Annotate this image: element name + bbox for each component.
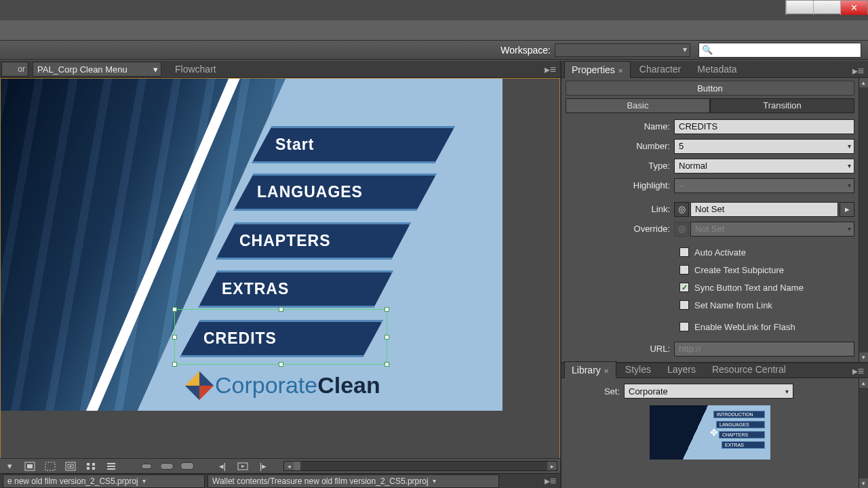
resize-handle[interactable]: [279, 307, 283, 312]
scroll-right-arrow[interactable]: ▸: [547, 462, 557, 470]
set-name-checkbox[interactable]: [679, 300, 689, 310]
tab-resource-central[interactable]: Resource Central: [705, 361, 793, 378]
panel-menu-icon[interactable]: ▸≡: [852, 64, 864, 77]
svg-point-4: [70, 465, 72, 467]
pill-small-button[interactable]: [140, 461, 153, 472]
subtab-basic[interactable]: Basic: [566, 98, 710, 113]
workspace-label: Workspace:: [500, 45, 551, 56]
properties-heading: Button: [566, 81, 854, 96]
chevron-down-icon: ▾: [848, 142, 851, 150]
set-dropdown[interactable]: Corporate▾: [624, 384, 793, 399]
zoom-dropdown[interactable]: ▾: [3, 461, 16, 472]
panel-menu-icon[interactable]: ▸≡: [545, 63, 556, 76]
horizontal-scrollbar[interactable]: ◂ ▸: [283, 461, 557, 471]
window-minimize-button[interactable]: –: [786, 1, 813, 15]
grid-button[interactable]: [84, 461, 98, 472]
viewer-toolbar: ▾ ◂| |▸ ◂ ▸: [0, 458, 560, 473]
project-tab[interactable]: e new old film version_2_CS5.prproj▾: [3, 474, 205, 488]
resize-handle[interactable]: [279, 362, 283, 367]
sync-button-checkbox[interactable]: ✓: [679, 283, 689, 292]
chevron-down-icon: ▾: [153, 64, 158, 75]
search-input[interactable]: 🔍: [698, 43, 861, 58]
scroll-left-arrow[interactable]: ◂: [284, 462, 294, 470]
thumb-item: LANGUAGES: [716, 421, 765, 428]
resize-handle[interactable]: [384, 362, 389, 367]
window-close-button[interactable]: ✕: [840, 1, 867, 15]
selection-outline[interactable]: [174, 309, 387, 365]
thumb-item: CHAPTERS: [719, 431, 765, 439]
link-label: Link:: [566, 204, 674, 214]
app-titlebar: [0, 20, 868, 41]
menu-button-languages[interactable]: LANGUAGES: [233, 174, 437, 211]
type-dropdown[interactable]: Normal▾: [674, 159, 854, 174]
close-icon[interactable]: ✕: [618, 67, 623, 75]
tab-properties[interactable]: Properties✕: [564, 61, 631, 78]
menu-canvas[interactable]: Start LANGUAGES CHAPTERS EXTRAS CREDITS: [0, 78, 560, 459]
menu-button-start[interactable]: Start: [252, 126, 455, 163]
sync-button-label: Sync Button Text and Name: [694, 283, 804, 293]
url-field: http://: [674, 342, 854, 357]
prev-frame-button[interactable]: ◂|: [216, 461, 229, 472]
library-tabs: Library✕ Styles Layers Resource Central …: [561, 362, 868, 378]
chevron-down-icon: ▾: [142, 477, 146, 485]
tab-styles[interactable]: Styles: [618, 361, 658, 378]
tab-flowchart[interactable]: Flowchart: [175, 64, 216, 75]
library-thumbnail[interactable]: INTRODUCTION LANGUAGES CHAPTERS EXTRAS ✥: [650, 405, 770, 460]
center-button[interactable]: [64, 461, 77, 472]
menu-button-extras[interactable]: EXTRAS: [198, 270, 393, 308]
chevron-down-icon: ▾: [433, 477, 436, 485]
panel-menu-icon[interactable]: ▸≡: [852, 365, 864, 378]
highlight-dropdown: --▾: [674, 178, 854, 193]
link-dropdown[interactable]: Not Set: [690, 202, 838, 217]
resize-handle[interactable]: [172, 307, 177, 312]
create-subpicture-checkbox[interactable]: [679, 265, 689, 274]
workspace-dropdown[interactable]: [555, 43, 690, 57]
set-name-label: Set Name from Link: [694, 300, 772, 310]
tab-metadata[interactable]: Metadata: [690, 60, 744, 77]
project-tab[interactable]: Wallet contents/Treasure new old film ve…: [208, 474, 499, 488]
pill-large-button[interactable]: [180, 461, 194, 472]
svg-rect-2: [45, 462, 55, 470]
pill-med-button[interactable]: [160, 461, 174, 472]
subtab-transition[interactable]: Transition: [710, 98, 854, 113]
next-frame-button[interactable]: |▸: [256, 461, 270, 472]
resize-handle[interactable]: [384, 335, 389, 340]
weblink-label: Enable WebLink for Flash: [694, 322, 795, 332]
panel-menu-icon[interactable]: ▸≡: [545, 474, 556, 487]
name-field[interactable]: CREDITS: [674, 119, 854, 134]
override-dropdown: Not Set▾: [690, 222, 854, 237]
scroll-down-arrow[interactable]: ▾: [859, 352, 868, 362]
tab-character[interactable]: Character: [632, 60, 688, 77]
resize-handle[interactable]: [384, 307, 389, 312]
resize-handle[interactable]: [172, 335, 177, 340]
play-button[interactable]: [236, 461, 250, 472]
tab-layers[interactable]: Layers: [660, 361, 703, 378]
close-icon[interactable]: ✕: [604, 367, 609, 375]
project-bar: e new old film version_2_CS5.prproj▾ Wal…: [0, 473, 560, 488]
scroll-thumb[interactable]: [294, 462, 300, 470]
dvd-menu-preview: Start LANGUAGES CHAPTERS EXTRAS CREDITS: [1, 79, 502, 411]
resize-handle[interactable]: [172, 362, 177, 367]
number-dropdown[interactable]: 5▾: [674, 139, 854, 154]
tab-library[interactable]: Library✕: [564, 361, 616, 378]
corporate-clean-logo: CorporateClean: [189, 372, 380, 399]
number-label: Number:: [566, 141, 674, 151]
properties-scrollbar[interactable]: ▴ ▾: [859, 78, 868, 362]
window-maximize-button[interactable]: ❐: [813, 1, 840, 15]
override-label: Override:: [566, 224, 674, 234]
safe-area-button[interactable]: [23, 461, 37, 472]
auto-activate-checkbox[interactable]: [679, 247, 689, 257]
scroll-up-arrow[interactable]: ▴: [859, 78, 868, 87]
document-dropdown[interactable]: PAL_Corp Clean Menu▾: [33, 62, 161, 77]
link-play-button[interactable]: ▸: [840, 202, 854, 217]
link-pickwhip-icon[interactable]: ◎: [674, 202, 689, 217]
list-button[interactable]: [104, 461, 118, 472]
menu-button-chapters[interactable]: CHAPTERS: [216, 222, 411, 260]
tab-fragment[interactable]: or: [1, 62, 28, 77]
chevron-down-icon: ▾: [848, 162, 851, 169]
routing-button[interactable]: [43, 461, 57, 472]
library-scrollbar[interactable]: ▴ ▾: [859, 378, 868, 488]
scroll-up-arrow[interactable]: ▴: [859, 378, 868, 388]
scroll-down-arrow[interactable]: ▾: [859, 479, 868, 488]
weblink-checkbox[interactable]: [679, 322, 689, 331]
